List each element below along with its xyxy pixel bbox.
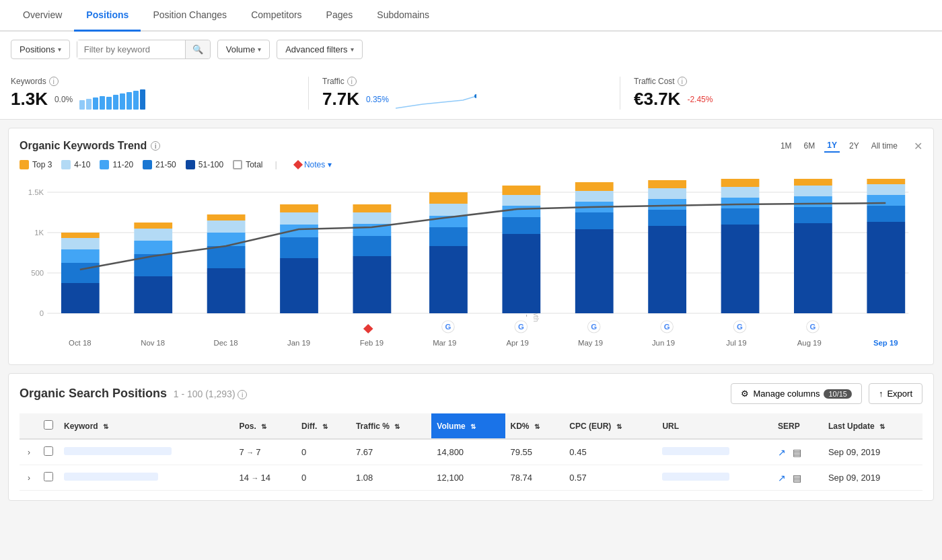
tab-overview[interactable]: Overview xyxy=(11,0,74,32)
legend-11-20[interactable]: 11-20 xyxy=(100,160,133,169)
keyword-search-input[interactable] xyxy=(77,40,185,58)
chart-close-button[interactable]: ✕ xyxy=(914,140,922,153)
svg-rect-62 xyxy=(648,180,686,188)
svg-rect-80 xyxy=(867,206,905,222)
serp-link-icon-1[interactable]: ↗ xyxy=(778,447,786,458)
svg-text:Jul 19: Jul 19 xyxy=(726,339,746,347)
svg-text:G: G xyxy=(445,323,451,331)
manage-columns-button[interactable]: ⚙ Manage columns 10/15 xyxy=(731,383,862,404)
time-2y[interactable]: 2Y xyxy=(846,140,862,152)
table-actions: ⚙ Manage columns 10/15 ↑ Export xyxy=(731,383,922,404)
export-button[interactable]: ↑ Export xyxy=(869,383,922,404)
traffic-info-icon[interactable]: i xyxy=(347,77,357,86)
positions-filter[interactable]: Positions ▾ xyxy=(11,40,70,59)
traffic-sparkline xyxy=(396,89,476,110)
svg-rect-26 xyxy=(280,258,318,313)
tab-competitors[interactable]: Competitors xyxy=(239,0,314,32)
svg-rect-22 xyxy=(207,246,246,268)
time-1m[interactable]: 1M xyxy=(778,140,795,152)
tab-positions[interactable]: Positions xyxy=(74,0,141,32)
chevron-down-icon: ▾ xyxy=(328,160,332,169)
cpc-cell-2: 0.57 xyxy=(564,465,657,491)
row-checkbox-1[interactable] xyxy=(44,446,53,456)
svg-point-0 xyxy=(474,94,476,98)
keyword-col-header[interactable]: Keyword ⇅ xyxy=(59,413,233,439)
search-button[interactable]: 🔍 xyxy=(185,40,210,58)
serp-col-header[interactable]: SERP xyxy=(772,413,823,439)
legend-total[interactable]: Total xyxy=(233,160,262,169)
url-cell-2 xyxy=(662,473,729,481)
svg-rect-15 xyxy=(61,233,100,238)
pos-col-header[interactable]: Pos. ⇅ xyxy=(233,413,296,439)
svg-rect-27 xyxy=(280,237,318,258)
diff-cell-1: 0 xyxy=(296,439,351,465)
keyword-search-box: 🔍 xyxy=(77,40,211,59)
legend-top3[interactable]: Top 3 xyxy=(20,160,52,169)
row-checkbox-2[interactable] xyxy=(44,472,53,481)
cpc-cell-1: 0.45 xyxy=(564,439,657,465)
time-1y[interactable]: 1Y xyxy=(824,139,840,153)
tab-subdomains[interactable]: Subdomains xyxy=(365,0,441,32)
time-6m[interactable]: 6M xyxy=(801,140,818,152)
sort-icon: ⇅ xyxy=(470,423,476,430)
chart-legend: Top 3 4-10 11-20 21-50 51-100 Total | No… xyxy=(20,159,922,169)
chart-card: Organic Keywords Trend i 1M 6M 1Y 2Y All… xyxy=(8,128,934,365)
svg-text:G: G xyxy=(518,323,524,331)
keywords-info-icon[interactable]: i xyxy=(49,77,59,86)
svg-text:1.5K: 1.5K xyxy=(28,188,44,196)
svg-rect-41 xyxy=(429,192,468,204)
volume-col-header[interactable]: Volume ⇅ xyxy=(431,413,505,439)
notes-button[interactable]: Notes ▾ xyxy=(295,160,332,169)
svg-rect-48 xyxy=(502,186,540,195)
advanced-filters-button[interactable]: Advanced filters ▾ xyxy=(277,40,363,59)
table-info-icon[interactable]: i xyxy=(238,390,247,399)
tab-position-changes[interactable]: Position Changes xyxy=(141,0,239,32)
last-update-col-header[interactable]: Last Update ⇅ xyxy=(823,413,922,439)
serp-doc-icon-2[interactable]: ▤ xyxy=(793,473,801,483)
svg-text:500: 500 xyxy=(31,269,44,277)
volume-cell-2: 12,100 xyxy=(431,465,505,491)
date-cell-2: Sep 09, 2019 xyxy=(823,465,922,491)
svg-text:Jun 19: Jun 19 xyxy=(652,339,675,347)
svg-rect-58 xyxy=(648,226,686,313)
svg-rect-14 xyxy=(61,238,100,249)
time-all[interactable]: All time xyxy=(869,140,900,152)
svg-text:G: G xyxy=(809,323,816,331)
chevron-down-icon: ▾ xyxy=(351,46,354,53)
legend-21-50[interactable]: 21-50 xyxy=(143,160,176,169)
expand-row-1[interactable]: › xyxy=(25,448,33,457)
svg-text:0: 0 xyxy=(40,309,44,317)
svg-text:Feb 19: Feb 19 xyxy=(360,339,384,347)
chart-info-icon[interactable]: i xyxy=(151,141,160,151)
notes-diamond-icon xyxy=(293,159,303,169)
svg-rect-83 xyxy=(867,179,905,184)
export-icon: ↑ xyxy=(879,389,883,399)
diff-col-header[interactable]: Diff. ⇅ xyxy=(296,413,351,439)
cpc-col-header[interactable]: CPC (EUR) ⇅ xyxy=(564,413,657,439)
traffic-col-header[interactable]: Traffic % ⇅ xyxy=(351,413,431,439)
url-col-header[interactable]: URL xyxy=(657,413,772,439)
select-all-checkbox[interactable] xyxy=(44,420,53,430)
traffic-cost-change: -2.45% xyxy=(687,95,713,104)
tab-pages[interactable]: Pages xyxy=(314,0,365,32)
svg-rect-17 xyxy=(134,254,172,276)
kd-col-header[interactable]: KD% ⇅ xyxy=(505,413,565,439)
legend-51-100[interactable]: 51-100 xyxy=(186,160,223,169)
kpi-traffic: Traffic i 7.7K 0.35% xyxy=(309,77,620,110)
expand-row-2[interactable]: › xyxy=(25,473,33,483)
svg-text:Jan 19: Jan 19 xyxy=(287,339,310,347)
traffic-cost-info-icon[interactable]: i xyxy=(678,77,687,86)
serp-link-icon-2[interactable]: ↗ xyxy=(778,473,786,483)
svg-rect-67 xyxy=(721,198,760,208)
keywords-sparkline xyxy=(79,89,145,110)
volume-cell-1: 14,800 xyxy=(431,439,505,465)
kpi-keywords: Keywords i 1.3K 0.0% xyxy=(11,77,309,110)
kpi-row: Keywords i 1.3K 0.0% Traffic i xyxy=(0,67,942,120)
svg-rect-65 xyxy=(721,225,760,313)
legend-4-10[interactable]: 4-10 xyxy=(61,160,90,169)
serp-doc-icon-1[interactable]: ▤ xyxy=(793,447,801,458)
volume-filter[interactable]: Volume ▾ xyxy=(217,40,270,59)
traffic-cost-value: €3.7K xyxy=(634,89,680,110)
chevron-down-icon: ▾ xyxy=(258,46,261,53)
pos-arrow-icon: → xyxy=(246,448,256,456)
